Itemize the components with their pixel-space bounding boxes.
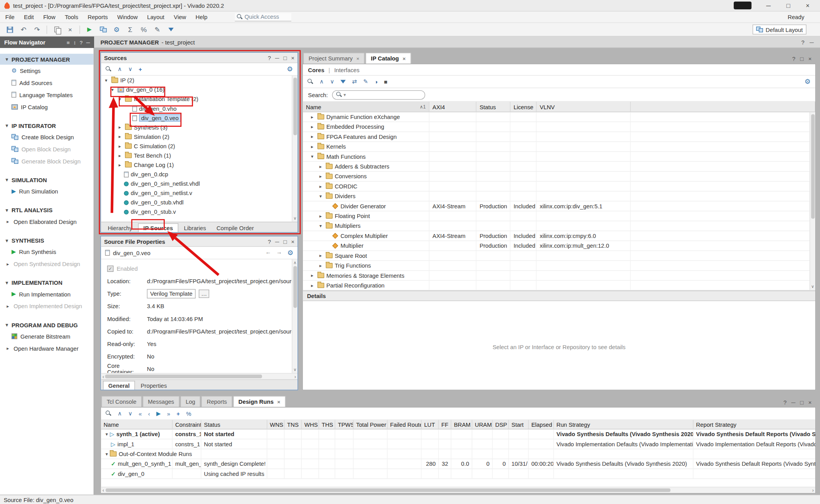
column-header[interactable]: Start — [509, 420, 529, 429]
menu-window[interactable]: Window — [117, 14, 137, 20]
chevron-right-icon[interactable]: ▸ — [309, 273, 316, 278]
column-header-vlnv[interactable]: VLNV — [537, 102, 631, 112]
chevron-right-icon[interactable]: ▸ — [5, 261, 10, 266]
panel-help-icon[interactable]: ? — [268, 238, 271, 245]
ip-category-row[interactable]: ▸Partial Reconfiguration — [303, 281, 815, 291]
scroll-down-icon[interactable]: ∨ — [293, 216, 296, 221]
fn-section-ip-integrator[interactable]: ▾ IP INTEGRATOR — [0, 120, 94, 131]
tree-row-test-bench[interactable]: ▸Test Bench (1) — [101, 151, 298, 160]
edit-properties-icon[interactable]: ✎ — [363, 78, 368, 85]
tree-row-simulation[interactable]: ▸Simulation (2) — [101, 132, 298, 141]
expand-all-icon[interactable]: ∨ — [128, 410, 132, 417]
tree-item-label[interactable]: div_gen_0_sim_netlist.v — [131, 190, 192, 196]
run-row-ooc-group[interactable]: ▾Out-of-Context Module Runs — [101, 449, 815, 459]
ip-category-row[interactable]: ▸Dynamic Function eXchange — [303, 112, 815, 122]
tree-row-change-log[interactable]: ▸Change Log (1) — [101, 160, 298, 170]
column-header-axi4[interactable]: AXI4 — [430, 102, 477, 112]
panel-minimize-icon[interactable]: ─ — [275, 55, 279, 61]
column-header[interactable]: Run Strategy — [554, 420, 693, 429]
fn-item-run-implementation[interactable]: ▶Run Implementation — [0, 288, 94, 300]
back-icon[interactable]: ← — [265, 249, 271, 257]
add-sources-plus-icon[interactable]: + — [139, 66, 142, 72]
menu-flow[interactable]: Flow — [43, 14, 55, 20]
tree-row-div-gen-0-vho[interactable]: div_gen_0.vho — [101, 104, 298, 113]
chevron-right-icon[interactable]: ▸ — [117, 153, 123, 158]
scroll-down-icon[interactable]: ∨ — [811, 284, 814, 289]
tab-log[interactable]: Log — [180, 396, 200, 407]
fn-minimize-icon[interactable]: ─ — [86, 39, 90, 45]
chevron-down-icon[interactable]: ▾ — [103, 431, 110, 437]
header-minimize-icon[interactable]: ─ — [810, 39, 814, 45]
tree-item-label[interactable]: Test Bench (1) — [134, 153, 171, 159]
horizontal-scrollbar[interactable]: ‹ › — [101, 373, 298, 379]
fn-item-open-block-design[interactable]: Open Block Design — [0, 143, 94, 155]
tree-row-stub-vhdl[interactable]: div_gen_0_stub.vhdl — [101, 198, 298, 207]
quick-access-search[interactable]: Quick Access — [235, 13, 291, 21]
tree-row-sim-netlist-v[interactable]: div_gen_0_sim_netlist.v — [101, 188, 298, 198]
scrollbar-thumb[interactable] — [105, 374, 262, 378]
scroll-right-icon[interactable]: › — [294, 374, 296, 379]
column-header[interactable]: TNS — [285, 420, 302, 429]
chevron-down-icon[interactable]: ▾ — [4, 238, 10, 243]
tab-messages[interactable]: Messages — [143, 396, 179, 407]
panel-minimize-icon[interactable]: ─ — [791, 399, 795, 405]
tab-project-summary[interactable]: Project Summary× — [303, 53, 365, 64]
panel-help-icon[interactable]: ? — [792, 56, 795, 62]
scroll-up-icon[interactable]: ∧ — [293, 260, 296, 265]
chevron-down-icon[interactable]: ▾ — [103, 78, 109, 83]
tree-row-stub-v[interactable]: div_gen_0_stub.v — [101, 207, 298, 217]
column-header[interactable]: WNS — [267, 420, 284, 429]
chevron-down-icon[interactable]: ▾ — [4, 123, 10, 128]
panel-help-icon[interactable]: ? — [268, 55, 271, 61]
ip-core-row[interactable]: MultiplierProductionIncludedxilinx.com:i… — [303, 241, 815, 251]
repository-icon[interactable]: ◑ — [374, 78, 378, 85]
fn-item-create-block-design[interactable]: Create Block Design — [0, 131, 94, 143]
close-window-icon[interactable]: × — [806, 2, 809, 9]
fn-section-simulation[interactable]: ▾ SIMULATION — [0, 174, 94, 185]
column-header[interactable]: WHS — [302, 420, 319, 429]
column-header[interactable]: Status — [201, 420, 267, 429]
run-icon[interactable]: ▶ — [156, 410, 160, 417]
tab-close-icon[interactable]: × — [357, 55, 360, 61]
percent-icon[interactable]: % — [186, 410, 191, 417]
step-back-icon[interactable]: ‹ — [148, 410, 150, 417]
chevron-down-icon[interactable]: ▾ — [4, 208, 10, 213]
vertical-scrollbar[interactable]: ∨ — [809, 112, 815, 290]
chevron-down-icon[interactable]: ▾ — [4, 177, 10, 182]
tab-ip-sources[interactable]: IP Sources — [138, 223, 178, 232]
chevron-down-icon[interactable]: ▾ — [317, 193, 324, 199]
fn-section-synthesis[interactable]: ▾ SYNTHESIS — [0, 235, 94, 246]
fn-item-open-implemented-design[interactable]: ▸Open Implemented Design — [0, 300, 94, 312]
search-dropdown-icon[interactable]: ▾ — [344, 92, 346, 97]
chevron-down-icon[interactable]: ▾ — [4, 57, 10, 62]
expand-all-icon[interactable]: ∨ — [330, 78, 334, 85]
header-help-icon[interactable]: ? — [801, 39, 804, 45]
ip-category-row[interactable]: ▾Multipliers — [303, 221, 815, 231]
column-header-license[interactable]: License — [510, 102, 537, 112]
fn-section-program-and-debug[interactable]: ▾ PROGRAM AND DEBUG — [0, 319, 94, 330]
tab-tcl-console[interactable]: Tcl Console — [102, 396, 142, 407]
chevron-right-icon[interactable]: ▸ — [309, 283, 316, 288]
tree-item-label[interactable]: Change Log (1) — [134, 162, 174, 168]
fn-item-open-synthesized-design[interactable]: ▸Open Synthesized Design — [0, 258, 94, 270]
scroll-down-icon[interactable]: ∨ — [293, 367, 296, 372]
collapse-all-icon[interactable]: ∧ — [319, 78, 324, 85]
chevron-right-icon[interactable]: ▸ — [317, 263, 324, 268]
ip-category-row[interactable]: ▸Embedded Processing — [303, 122, 815, 132]
chevron-right-icon[interactable]: ▸ — [117, 162, 123, 167]
menu-help[interactable]: Help — [196, 14, 207, 20]
chevron-right-icon[interactable]: ▸ — [309, 114, 316, 119]
fn-item-open-hardware-manager[interactable]: ▸Open Hardware Manager — [0, 342, 94, 354]
fn-item-generate-bitstream[interactable]: Generate Bitstream — [0, 330, 94, 343]
fn-section-implementation[interactable]: ▾ IMPLEMENTATION — [0, 277, 94, 288]
ip-category-row[interactable]: ▾Dividers — [303, 192, 815, 201]
collapse-all-icon[interactable]: ∧ — [118, 410, 122, 417]
layout-select[interactable]: Default Layout — [752, 25, 806, 34]
menu-layout[interactable]: Layout — [147, 14, 164, 20]
column-header-status[interactable]: Status — [476, 102, 510, 112]
fn-expand-icon[interactable]: ↕ — [73, 39, 76, 45]
ip-category-row[interactable]: ▸FPGA Features and Design — [303, 132, 815, 142]
run-row-synth-1[interactable]: ▾▷synth_1 (active)constrs_1Not startedVi… — [101, 429, 815, 439]
column-header[interactable]: Name — [101, 420, 172, 429]
tree-row-instantiation-template[interactable]: ▾Instantiation Template (2) — [101, 94, 298, 104]
